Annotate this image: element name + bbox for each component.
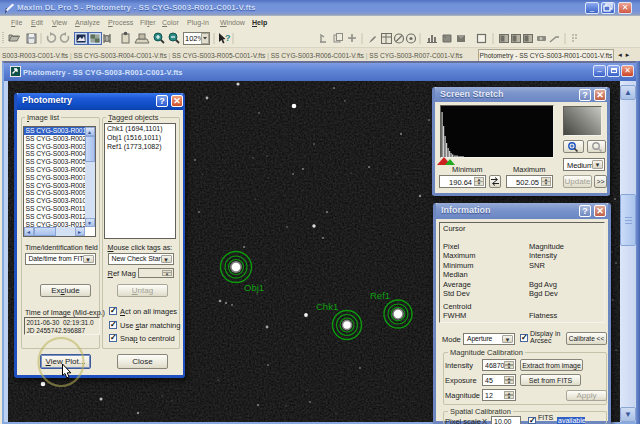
svg-text:Chk1: Chk1 (316, 301, 338, 312)
svg-text:?: ? (225, 33, 231, 43)
svg-text:Ref1: Ref1 (370, 290, 390, 301)
svg-text:Obj1: Obj1 (244, 282, 264, 293)
